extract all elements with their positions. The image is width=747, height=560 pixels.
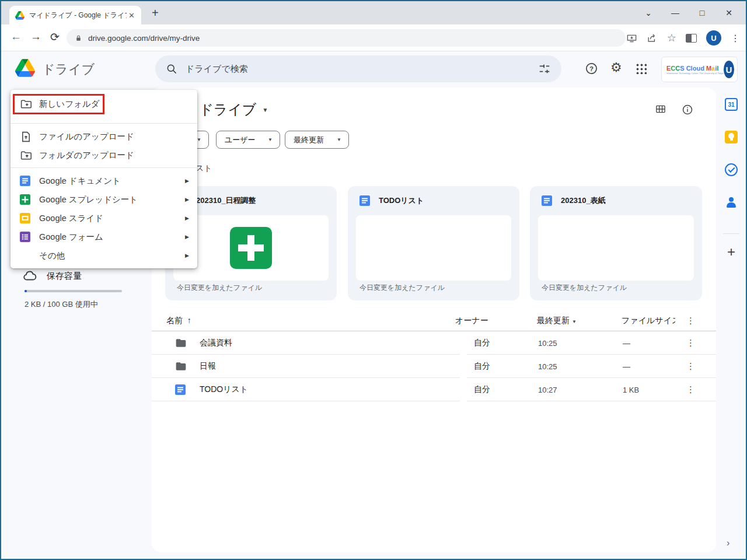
install-icon[interactable] <box>626 33 637 44</box>
column-size[interactable]: ファイルサイズ <box>622 316 675 326</box>
chevron-down-icon: ▼ <box>197 137 201 142</box>
row-options-icon[interactable]: ⋮ <box>686 338 695 348</box>
card-title: 202310_表紙 <box>561 195 606 206</box>
maximize-button[interactable]: □ <box>689 8 715 18</box>
sheets-icon <box>20 194 30 205</box>
apps-grid-icon[interactable] <box>636 64 647 74</box>
side-panel-icon[interactable] <box>686 34 697 43</box>
settings-gear-icon[interactable]: ⚙ <box>610 60 622 75</box>
storage-progress-fill <box>25 290 27 292</box>
show-side-panel-icon[interactable]: › <box>727 538 729 548</box>
reload-icon[interactable]: ⟳ <box>50 30 60 44</box>
grid-view-icon[interactable] <box>655 104 666 114</box>
storage-progress-bar <box>25 290 122 292</box>
column-modified[interactable]: 最終更新 ▼ <box>537 316 577 326</box>
lock-icon <box>75 34 82 42</box>
table-row[interactable]: 会議資料 自分 10:25 — ⋮ <box>152 331 716 355</box>
menu-item-new-folder[interactable]: 新しいフォルダ <box>11 93 197 114</box>
menu-item-google-slides[interactable]: Google スライド ▶ <box>11 209 197 228</box>
table-row[interactable]: TODOリスト 自分 10:27 1 KB ⋮ <box>152 378 716 401</box>
storage-usage-text: 2 KB / 100 GB 使用中 <box>25 299 98 310</box>
browser-titlebar: マイドライブ - Google ドライブ ✕ + ⌄ — □ ✕ <box>1 1 746 24</box>
drive-logo[interactable] <box>15 59 35 77</box>
file-upload-icon <box>20 131 32 143</box>
sort-arrow-icon: ↑ <box>187 316 191 325</box>
browser-menu-icon[interactable]: ⋮ <box>731 33 740 44</box>
file-size: 1 KB <box>623 385 639 394</box>
cloud-icon <box>22 268 37 284</box>
menu-item-more[interactable]: その他 ▶ <box>11 246 197 265</box>
storage-label: 保存容量 <box>47 271 82 282</box>
tab-title: マイドライブ - Google ドライブ <box>29 10 127 20</box>
menu-item-google-forms[interactable]: Google フォーム ▶ <box>11 228 197 246</box>
share-icon[interactable] <box>647 33 658 44</box>
card-caption: 今日変更を加えたファイル <box>177 283 262 293</box>
column-owner[interactable]: オーナー <box>455 316 488 326</box>
menu-item-google-sheets[interactable]: Google スプレッドシート ▶ <box>11 190 197 209</box>
bookmark-star-icon[interactable]: ☆ <box>667 32 676 44</box>
row-options-icon[interactable]: ⋮ <box>686 384 695 395</box>
modified-time: 10:25 <box>538 362 557 370</box>
docs-icon <box>20 176 30 186</box>
card-caption: 今日変更を加えたファイル <box>359 283 445 293</box>
owner-name: 自分 <box>474 361 490 372</box>
tab-search-icon[interactable]: ⌄ <box>635 8 662 18</box>
folder-icon <box>175 337 187 349</box>
card-preview <box>356 215 511 281</box>
address-bar[interactable]: drive.google.com/drive/my-drive <box>67 29 626 47</box>
drive-favicon <box>15 11 25 20</box>
close-button[interactable]: ✕ <box>715 8 742 18</box>
eccs-logo-title: ECCS Cloud Mail <box>666 65 724 72</box>
search-placeholder: ドライブで検索 <box>186 64 538 75</box>
new-tab-button[interactable]: + <box>152 7 159 19</box>
file-card[interactable]: 202310_表紙 今日変更を加えたファイル <box>530 186 702 300</box>
menu-item-file-upload[interactable]: ファイルのアップロード <box>11 127 197 146</box>
back-icon[interactable]: ← <box>11 30 22 43</box>
account-badge[interactable]: ECCS Cloud Mail Information Technology C… <box>661 57 738 82</box>
browser-avatar[interactable]: U <box>706 30 721 46</box>
file-name: 会議資料 <box>200 338 232 348</box>
search-bar[interactable]: ドライブで検索 <box>155 55 561 82</box>
help-icon[interactable] <box>585 62 598 75</box>
search-options-icon[interactable] <box>538 62 551 75</box>
menu-divider <box>11 123 197 124</box>
row-options-icon[interactable]: ⋮ <box>686 361 695 372</box>
account-avatar[interactable]: U <box>724 61 734 78</box>
add-app-button[interactable]: + <box>724 245 738 259</box>
folder-icon <box>175 360 187 372</box>
card-caption: 今日変更を加えたファイル <box>542 283 627 293</box>
storage-section[interactable]: 保存容量 <box>22 268 82 284</box>
menu-divider <box>11 167 197 168</box>
browser-window: マイドライブ - Google ドライブ ✕ + ⌄ — □ ✕ ← → ⟳ d… <box>0 0 747 560</box>
owner-name: 自分 <box>474 384 490 395</box>
filter-chip-modified[interactable]: 最終更新 ▼ <box>285 131 349 149</box>
submenu-arrow-icon: ▶ <box>185 178 189 184</box>
forward-icon[interactable]: → <box>30 30 41 43</box>
submenu-arrow-icon: ▶ <box>185 215 189 221</box>
url-text: drive.google.com/drive/my-drive <box>88 34 200 43</box>
browser-tab[interactable]: マイドライブ - Google ドライブ ✕ <box>9 6 141 24</box>
column-options-icon[interactable]: ⋮ <box>686 316 695 326</box>
title-caret-icon: ▼ <box>262 107 268 113</box>
calendar-icon[interactable]: 31 <box>724 97 738 111</box>
menu-item-google-docs[interactable]: Google ドキュメント ▶ <box>11 172 197 190</box>
info-icon[interactable] <box>682 104 693 116</box>
filter-chip-people[interactable]: ユーザー ▼ <box>216 131 280 149</box>
contacts-icon[interactable] <box>724 195 738 209</box>
keep-icon[interactable] <box>724 130 738 144</box>
card-preview <box>538 215 694 281</box>
file-card[interactable]: TODOリスト 今日変更を加えたファイル <box>348 186 519 300</box>
forms-icon <box>20 232 30 242</box>
tab-close-icon[interactable]: ✕ <box>127 11 137 20</box>
minimize-button[interactable]: — <box>662 8 689 18</box>
drive-wordmark: ドライブ <box>42 61 95 78</box>
docs-icon <box>542 195 552 206</box>
chevron-down-icon: ▼ <box>268 137 273 142</box>
column-name[interactable]: 名前 ↑ <box>166 316 191 326</box>
tasks-icon[interactable] <box>724 163 738 177</box>
file-name: TODOリスト <box>200 384 248 395</box>
table-row[interactable]: 日報 自分 10:25 — ⋮ <box>152 355 716 378</box>
menu-item-folder-upload[interactable]: フォルダのアップロード <box>11 146 197 164</box>
file-size: — <box>623 362 630 370</box>
new-menu-popup: 新しいフォルダ ファイルのアップロード フォルダのアップロード Google ド… <box>11 90 197 268</box>
